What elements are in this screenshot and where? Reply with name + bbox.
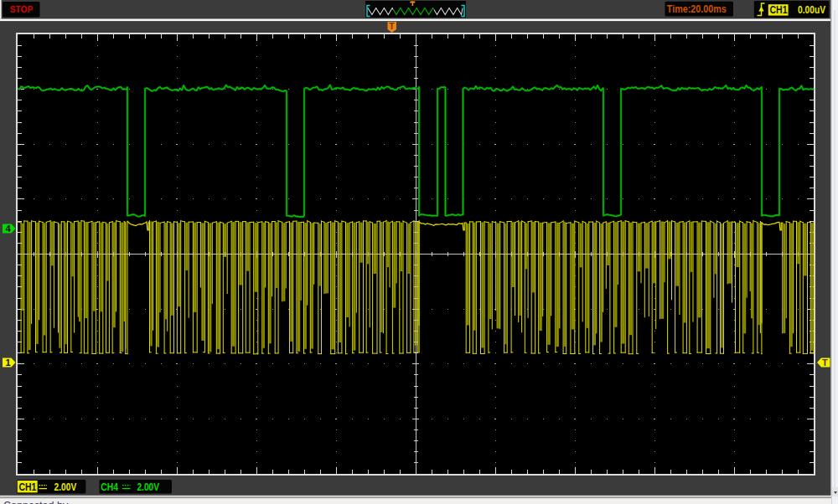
svg-text:Time:20.00ms: Time:20.00ms <box>667 3 727 15</box>
svg-text:CH1: CH1 <box>770 4 788 16</box>
svg-text:0.00uV: 0.00uV <box>798 4 826 16</box>
svg-text:4: 4 <box>6 224 12 234</box>
svg-text:T: T <box>389 21 395 31</box>
svg-text:2.00V: 2.00V <box>54 481 77 493</box>
svg-text:Connected by ...: Connected by ... <box>3 500 80 504</box>
svg-text:1: 1 <box>6 357 11 368</box>
svg-text:STOP: STOP <box>10 4 34 14</box>
svg-text:CH4: CH4 <box>101 481 119 493</box>
svg-text:T: T <box>822 357 828 368</box>
svg-text:CH1: CH1 <box>18 481 36 493</box>
svg-text:2.00V: 2.00V <box>137 481 159 493</box>
